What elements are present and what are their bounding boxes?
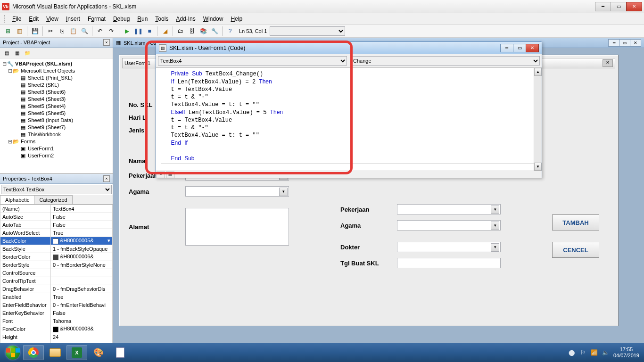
menu-help[interactable]: Help — [227, 14, 246, 24]
view-code-button[interactable]: ▤ — [2, 49, 11, 57]
tree-sheet[interactable]: ▦ ThisWorkbook — [1, 131, 112, 138]
tab-categorized[interactable]: Categorized — [34, 195, 72, 204]
toggle-folders-button[interactable]: 📁 — [23, 49, 32, 57]
save-button[interactable]: 💾 — [30, 26, 40, 36]
menu-edit[interactable]: Edit — [25, 14, 42, 24]
insert-userform-button[interactable]: ▥ — [14, 26, 25, 36]
copy-button[interactable]: ⎘ — [57, 26, 67, 36]
tree-sheet[interactable]: ▦ Sheet9 (Sheet7) — [1, 124, 112, 131]
property-row[interactable]: ForeColor&H80000008& — [0, 325, 113, 333]
minimize-button[interactable]: ━ — [595, 2, 611, 11]
tree-sheet[interactable]: ▦ Sheet1 (Print_SKL) — [1, 74, 112, 82]
combo-agama[interactable] — [185, 186, 289, 197]
project-explorer-button[interactable]: 🗂 — [175, 26, 186, 36]
code-window-titlebar[interactable]: ▤ SKL.xlsm - UserForm1 (Code) ━ ▭ ✕ — [156, 42, 542, 54]
property-row[interactable]: BackColor&H80000005& ▾ — [0, 237, 113, 245]
property-row[interactable]: (Name)TextBox4 — [0, 205, 113, 213]
property-row[interactable]: ControlSource — [0, 269, 113, 277]
property-row[interactable]: EnabledTrue — [0, 293, 113, 301]
cut-button[interactable]: ✂ — [45, 26, 56, 36]
close-button[interactable]: ✕ — [626, 2, 642, 11]
property-row[interactable]: EnterFieldBehavior0 - fmEnterFieldBehavi — [0, 301, 113, 309]
menu-view[interactable]: View — [42, 14, 62, 24]
code-procedure-dropdown[interactable]: Change — [351, 56, 540, 66]
code-object-dropdown[interactable]: TextBox4 — [158, 56, 347, 66]
code-maximize[interactable]: ▭ — [513, 44, 526, 52]
view-excel-button[interactable]: ⊞ — [3, 26, 13, 36]
properties-panel-close[interactable]: × — [103, 175, 110, 182]
procedure-selector[interactable] — [270, 26, 345, 36]
property-row[interactable]: EnterKeyBehaviorFalse — [0, 309, 113, 317]
tree-form[interactable]: ▣ UserForm1 — [1, 145, 112, 152]
properties-window-button[interactable]: 🗄 — [187, 26, 197, 36]
cencel-button[interactable]: CENCEL — [552, 242, 599, 258]
code-minimize[interactable]: ━ — [500, 44, 513, 52]
project-panel-close[interactable]: × — [103, 39, 110, 46]
property-row[interactable]: BorderColor&H80000006& — [0, 253, 113, 261]
property-row[interactable]: AutoTabFalse — [0, 221, 113, 229]
tree-sheet[interactable]: ▦ Sheet2 (SKL) — [1, 82, 112, 89]
paste-button[interactable]: 📋 — [68, 26, 78, 36]
properties-grid[interactable]: (Name)TextBox4AutoSizeFalseAutoTabFalseA… — [0, 205, 113, 343]
taskbar-chrome[interactable] — [23, 345, 44, 360]
tree-sheet[interactable]: ▦ Sheet6 (Sheet5) — [1, 110, 112, 117]
code-editor[interactable]: Private Sub TextBox4_Change() If Len(Tex… — [156, 68, 542, 171]
menu-run[interactable]: Run — [133, 14, 151, 24]
tree-sheet[interactable]: ▦ Sheet4 (Sheet3) — [1, 96, 112, 103]
mdi-minimize[interactable]: ━ — [608, 39, 619, 47]
code-window[interactable]: ▤ SKL.xlsm - UserForm1 (Code) ━ ▭ ✕ Text… — [156, 41, 542, 178]
combo-pekerjaan2[interactable] — [397, 204, 501, 214]
tray-action-center-icon[interactable]: ⚐ — [579, 349, 587, 356]
property-row[interactable]: ControlTipText — [0, 277, 113, 285]
find-button[interactable]: 🔍 — [79, 26, 90, 36]
break-button[interactable]: ❚❚ — [133, 26, 143, 36]
object-browser-button[interactable]: 📚 — [198, 26, 208, 36]
toolbox-button[interactable]: 🔧 — [209, 26, 220, 36]
help-button[interactable]: ? — [225, 26, 235, 36]
menu-debug[interactable]: Debug — [109, 14, 133, 24]
property-row[interactable]: FontTahoma — [0, 317, 113, 325]
property-row[interactable]: Height24 — [0, 333, 113, 341]
design-mode-button[interactable]: ◢ — [160, 26, 170, 36]
menu-window[interactable]: Window — [199, 14, 227, 24]
redo-button[interactable]: ↷ — [106, 26, 116, 36]
property-row[interactable]: AutoWordSelectTrue — [0, 229, 113, 237]
code-scrollbar[interactable]: ▲ ▼ — [534, 68, 542, 171]
menu-format[interactable]: Format — [84, 14, 109, 24]
menu-insert[interactable]: Insert — [62, 14, 84, 24]
property-row[interactable]: BorderStyle0 - fmBorderStyleNone — [0, 261, 113, 269]
reset-button[interactable]: ■ — [144, 26, 155, 36]
tambah-button[interactable]: TAMBAH — [552, 214, 599, 230]
project-tree[interactable]: ⊟🔧 VBAProject (SKL.xlsm) ⊟📂 Microsoft Ex… — [0, 58, 113, 173]
maximize-button[interactable]: ▭ — [611, 2, 627, 11]
input-tgl[interactable] — [397, 258, 501, 268]
tree-sheet[interactable]: ▦ Sheet5 (Sheet4) — [1, 103, 112, 110]
start-button[interactable] — [3, 345, 23, 360]
property-row[interactable]: BackStyle1 - fmBackStyleOpaque — [0, 245, 113, 253]
mdi-close[interactable]: ✕ — [630, 39, 641, 47]
tab-alphabetic[interactable]: Alphabetic — [0, 195, 34, 204]
menu-file[interactable]: File — [8, 14, 25, 24]
tray-volume-icon[interactable]: 🔈 — [602, 349, 610, 356]
property-row[interactable]: AutoSizeFalse — [0, 213, 113, 221]
taskbar-paint[interactable]: 🎨 — [88, 345, 109, 360]
undo-button[interactable]: ↶ — [95, 26, 105, 36]
tree-sheet[interactable]: ▦ Sheet8 (Input Data) — [1, 117, 112, 124]
taskbar-notepad[interactable] — [110, 345, 131, 360]
system-clock[interactable]: 17:55 04/07/2019 — [613, 346, 639, 359]
properties-object-selector[interactable]: TextBox4 TextBox — [1, 185, 112, 194]
taskbar-excel[interactable]: X — [66, 345, 87, 360]
property-row[interactable]: DragBehavior0 - fmDragBehaviorDis — [0, 285, 113, 293]
combo-agama2[interactable] — [397, 220, 501, 230]
input-alamat[interactable] — [185, 208, 289, 246]
run-button[interactable]: ▶ — [122, 26, 132, 36]
full-view-button[interactable]: ▤ — [166, 172, 174, 178]
view-object-button[interactable]: ▦ — [12, 49, 22, 57]
tree-sheet[interactable]: ▦ Sheet3 (Sheet6) — [1, 89, 112, 96]
menu-tools[interactable]: Tools — [151, 14, 172, 24]
menu-addins[interactable]: Add-Ins — [172, 14, 199, 24]
tree-form[interactable]: ▣ UserForm2 — [1, 152, 112, 159]
procedure-view-button[interactable]: ≡ — [157, 172, 165, 178]
code-close[interactable]: ✕ — [526, 44, 539, 52]
taskbar-explorer[interactable] — [45, 345, 66, 360]
